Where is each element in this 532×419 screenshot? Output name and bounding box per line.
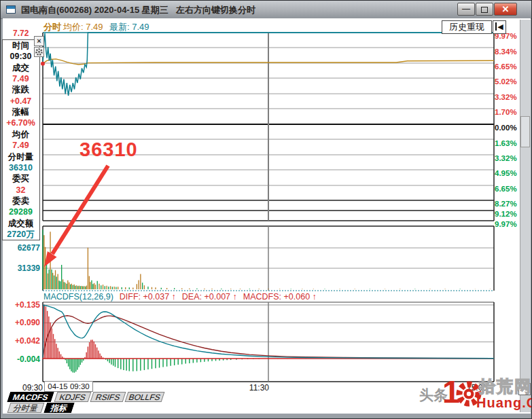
- quote-label: 委卖: [2, 196, 39, 206]
- volume-axis-label-2: 31339: [5, 263, 40, 273]
- macd-indicator-header: MACDFS(12,26,9)DIFF: +0.037 ↑DEA: +0.007…: [43, 292, 317, 302]
- series-type-label: 分时: [43, 21, 61, 33]
- window-title-hint: 左右方向键切换分时: [176, 4, 255, 16]
- tab-rsifs[interactable]: RSIFS: [90, 392, 126, 402]
- quote-label: 均价: [2, 129, 39, 140]
- quote-label: 分时量: [2, 151, 39, 162]
- right-axis-label: 6.65%: [495, 62, 519, 71]
- quote-label: 涨跌: [2, 84, 39, 95]
- minimize-icon: —: [462, 4, 470, 14]
- vertical-scrollbar[interactable]: [520, 20, 531, 412]
- time-axis-start: 09:30: [21, 383, 43, 393]
- tab-bollfs[interactable]: BOLLFS: [125, 392, 165, 402]
- right-axis-label: 0.00%: [495, 124, 519, 132]
- right-axis-label: 9.12%: [495, 210, 519, 218]
- right-axis-label: 1.63%: [495, 139, 519, 147]
- macd-title: MACDFS(12,26,9): [43, 292, 113, 302]
- right-axis-label: 9.97%: [495, 220, 519, 228]
- quote-value: +0.47: [2, 96, 39, 107]
- quote-label: 成交: [2, 62, 39, 73]
- macd-axis-label: +0.135: [5, 300, 40, 310]
- quote-value: 7.49: [2, 73, 39, 84]
- gear-icon-glyph: [35, 48, 43, 56]
- right-axis-label: 6.65%: [495, 185, 519, 193]
- right-axis-label: 1.70%: [495, 108, 519, 116]
- crosshair-time-box: 04-15 09:30: [44, 381, 93, 392]
- close-icon: ✕: [502, 4, 510, 14]
- tab-macdfs[interactable]: MACDFS: [7, 392, 54, 402]
- quote-value: 7.49: [2, 140, 39, 151]
- right-axis-label: 3.32%: [495, 154, 519, 162]
- quote-value: 36310: [2, 162, 39, 173]
- up-arrow-icon: ↑: [172, 292, 176, 302]
- right-axis-label: 4.95%: [495, 169, 519, 177]
- quote-value: +6.70%: [2, 117, 39, 128]
- right-axis-label: 3.32%: [495, 93, 519, 101]
- up-arrow-icon: ↑: [313, 292, 317, 302]
- macd-value: DIFF: +0.037 ↑: [120, 292, 176, 302]
- macd-axis-label: -0.004: [5, 354, 40, 364]
- history-replay-button[interactable]: 历史重现: [442, 20, 492, 34]
- left-axis-top-price: 7.72: [13, 29, 29, 38]
- macd-value: DEA: +0.007 ↑: [182, 292, 237, 302]
- quote-label: 成交额: [2, 218, 39, 229]
- close-button[interactable]: ✕: [494, 3, 517, 16]
- quote-value: 2720万: [2, 229, 39, 240]
- quote-panel-close-icon[interactable]: ×: [34, 36, 44, 46]
- up-arrow-icon: ↑: [233, 292, 237, 302]
- quote-label: 委买: [2, 173, 39, 184]
- avg-price-label: 均价: 7.49: [63, 21, 103, 33]
- quote-value: 29289: [2, 206, 39, 217]
- macd-axis-label: +0.090: [5, 318, 40, 327]
- skip-to-start-icon[interactable]: ◀: [493, 20, 506, 34]
- title-bar: 国电南自(600268) 2020-04-15 星期三 左右方向键切换分时 — …: [1, 1, 532, 19]
- tab-分时量[interactable]: 分时量: [7, 403, 45, 413]
- chart-canvas-background: [3, 18, 531, 414]
- volume-callout-text: 36310: [79, 139, 138, 161]
- right-axis-label: 8.34%: [495, 48, 519, 56]
- right-axis-label: 8.27%: [495, 200, 519, 208]
- time-axis-mid: 11:30: [242, 383, 269, 393]
- right-axis-label: 5.02%: [495, 77, 519, 86]
- restore-button[interactable]: [476, 3, 493, 16]
- app-window: 国电南自(600268) 2020-04-15 星期三 左右方向键切换分时 — …: [0, 0, 532, 419]
- volume-axis-label-1: 62677: [5, 243, 40, 253]
- macd-axis-label: +0.042: [5, 336, 40, 346]
- gear-icon[interactable]: [34, 47, 44, 57]
- scrollbar-thumb[interactable]: [520, 116, 530, 147]
- app-icon: [6, 5, 16, 14]
- restore-icon: [481, 7, 488, 13]
- last-price-label: 最新: 7.49: [109, 21, 149, 33]
- quote-value: 32: [2, 185, 39, 196]
- tab-指标[interactable]: 指标: [44, 403, 75, 413]
- window-title: 国电南自(600268) 2020-04-15 星期三: [21, 4, 169, 16]
- tab-kdjfs[interactable]: KDJFS: [54, 392, 92, 402]
- minimize-button[interactable]: —: [457, 3, 475, 16]
- watermark-site-name: 拾荒网: [479, 376, 532, 397]
- quote-label: 涨幅: [2, 107, 39, 117]
- watermark-domain: Huang.CN: [476, 395, 532, 411]
- macd-value: MACDFS: +0.060 ↑: [243, 292, 317, 302]
